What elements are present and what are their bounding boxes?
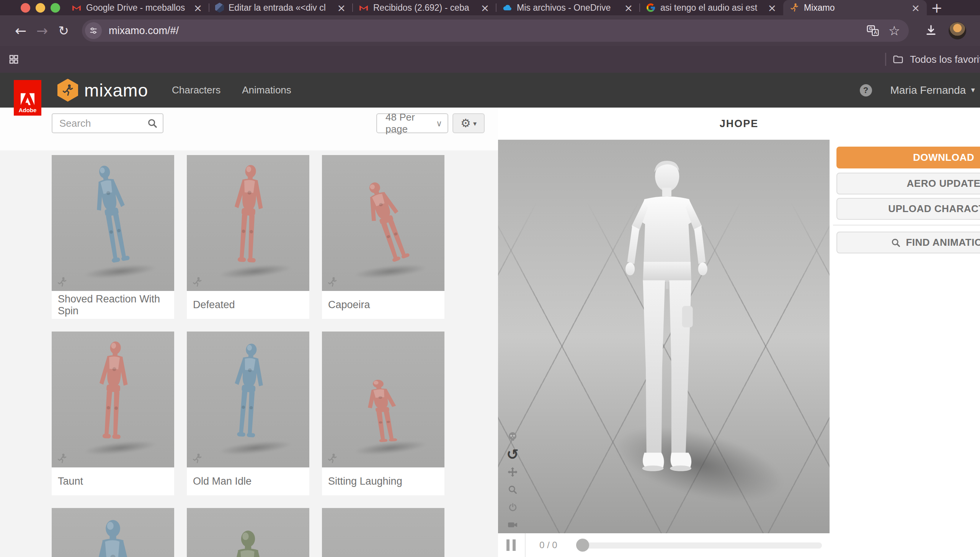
window-close-button[interactable] [21,3,30,13]
character-figure [346,172,432,280]
viewport-3d[interactable]: ↺ [498,140,830,533]
animation-thumbnail[interactable] [187,332,309,467]
animation-card[interactable]: Old Man Idle [187,332,309,495]
animation-name: Shoved Reaction With Spin [52,291,174,319]
user-name: Maria Fernanda [890,84,966,96]
site-settings-icon[interactable] [85,22,102,39]
browser-tab-google-search[interactable]: asi tengo el audio asi est × [640,0,783,15]
all-bookmarks[interactable]: Todos los favoritos [885,46,980,73]
aero-update-button[interactable]: AERO UPDATE [836,173,980,194]
svg-text:A: A [874,30,877,35]
search-input[interactable] [59,117,147,130]
nav-characters[interactable]: Characters [172,84,220,96]
tab-title: Editar la entrada «<div cl [229,3,332,13]
animation-library-panel: 48 Per page ∨ ⚙ ▾ Shoved Reaction With S… [0,108,498,557]
animation-card[interactable] [187,508,309,557]
downloads-icon[interactable] [923,22,939,39]
window-zoom-button[interactable] [51,3,60,13]
all-bookmarks-label: Todos los favoritos [910,54,980,65]
download-button[interactable]: DOWNLOAD [836,147,980,168]
window-controls [0,3,65,13]
power-reset-icon[interactable] [506,501,519,513]
animation-card[interactable] [52,508,174,557]
animation-runner-icon [191,453,203,464]
browser-tab-wordpress-edit[interactable]: Editar la entrada «<div cl × [209,0,353,15]
tab-title: Mixamo [804,3,906,13]
pause-icon[interactable] [506,539,518,551]
chevron-down-icon: ▼ [970,87,976,94]
reload-icon[interactable]: ↻ [53,23,74,38]
per-page-value: 48 Per page [385,111,436,135]
search-box[interactable] [52,113,163,133]
tab-close-icon[interactable]: × [767,3,777,13]
tab-title: Google Drive - mceballos [86,3,188,13]
animation-thumbnail[interactable] [52,332,174,467]
find-animations-label: FIND ANIMATIONS [906,237,980,248]
settings-dropdown-button[interactable]: ⚙ ▾ [452,113,485,133]
animation-card[interactable]: Capoeira [322,155,444,319]
find-animations-button[interactable]: FIND ANIMATIONS [836,232,980,253]
search-icon [890,237,901,248]
user-menu[interactable]: Maria Fernanda ▼ [890,84,976,96]
site-nav: Characters Animations [172,84,291,96]
animation-runner-icon [191,276,203,288]
tab-title: asi tengo el audio asi est [660,3,762,13]
browser-tab-google-drive[interactable]: Google Drive - mceballos × [65,0,209,15]
tab-close-icon[interactable]: × [336,3,346,13]
help-icon[interactable]: ? [860,84,872,96]
animation-name: Taunt [52,467,174,495]
bookmark-star-icon[interactable]: ☆ [887,23,902,38]
search-icon[interactable] [147,118,158,129]
mixamo-wordmark: mixamo [84,80,148,101]
animation-card[interactable] [322,508,444,557]
address-bar[interactable]: mixamo.com/#/ G A ☆ [82,20,909,42]
animation-thumbnail[interactable] [187,155,309,291]
forward-icon[interactable]: → [31,23,53,39]
gear-icon: ⚙ [461,118,471,129]
animation-card[interactable]: Sitting Laughing [322,332,444,495]
animation-thumbnail[interactable] [187,508,309,557]
animation-thumbnail[interactable] [322,508,444,557]
timeline-slider-thumb[interactable] [576,539,589,552]
skeleton-skull-icon[interactable] [506,431,519,443]
animation-thumbnail[interactable] [322,332,444,467]
back-icon[interactable]: ← [10,23,31,39]
per-page-select[interactable]: 48 Per page ∨ [376,113,448,133]
playback-bar: 0 / 0 [498,533,830,557]
tab-close-icon[interactable]: × [480,3,490,13]
url-text[interactable]: mixamo.com/#/ [109,25,179,37]
animation-card[interactable]: Taunt [52,332,174,495]
tab-close-icon[interactable]: × [623,3,634,13]
animation-card[interactable]: Defeated [187,155,309,319]
nav-animations[interactable]: Animations [242,84,291,96]
window-minimize-button[interactable] [36,3,45,13]
animation-thumbnail[interactable] [322,155,444,291]
timeline-slider-track[interactable] [578,542,822,549]
apps-grid-icon[interactable] [8,54,20,65]
tab-close-icon[interactable]: × [910,3,921,13]
animation-thumbnail[interactable] [52,508,174,557]
orbit-rotate-icon[interactable]: ↺ [506,448,519,461]
browser-tab-onedrive[interactable]: Mis archivos - OneDrive × [496,0,640,15]
browser-tab-gmail-inbox[interactable]: Recibidos (2.692) - ceba × [353,0,496,15]
animation-thumbnail[interactable] [52,155,174,291]
animation-runner-icon [56,276,68,288]
browser-tab-mixamo-active[interactable]: Mixamo × [783,0,927,15]
animation-name: Sitting Laughing [322,467,444,495]
new-tab-button[interactable]: + [927,0,947,15]
character-figure [349,377,418,452]
character-model[interactable] [608,155,723,511]
zoom-magnifier-icon[interactable] [506,483,519,496]
adobe-logo[interactable]: Adobe [14,80,41,116]
adobe-wordmark: Adobe [19,107,37,113]
animation-card[interactable]: Shoved Reaction With Spin [52,155,174,319]
mixamo-brand[interactable]: mixamo [57,79,148,102]
translate-icon[interactable]: G A [865,23,880,38]
camera-icon[interactable] [506,519,519,531]
pan-move-icon[interactable] [506,466,519,478]
page-content: 48 Per page ∨ ⚙ ▾ Shoved Reaction With S… [0,108,980,557]
folder-icon [892,54,904,65]
tab-close-icon[interactable]: × [193,3,203,13]
upload-character-button[interactable]: UPLOAD CHARACTER [836,198,980,220]
profile-avatar[interactable] [949,22,966,39]
